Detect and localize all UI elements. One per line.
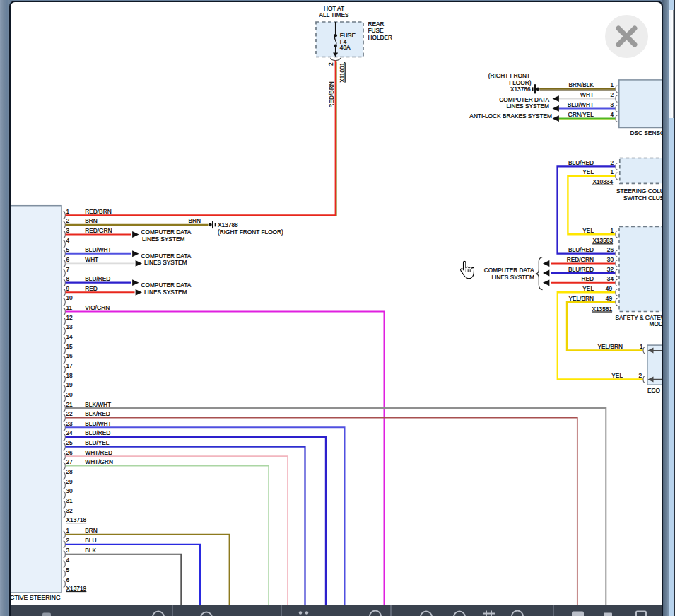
svg-text:X13788: X13788	[218, 221, 238, 228]
svg-text:CTIVE STEERING: CTIVE STEERING	[10, 594, 61, 601]
svg-text:22: 22	[66, 410, 74, 417]
svg-text:BLK: BLK	[85, 547, 96, 554]
svg-text:HOLDER: HOLDER	[368, 34, 393, 41]
svg-text:COMPUTER DATA: COMPUTER DATA	[141, 252, 192, 260]
svg-text:COMPUTER DATA: COMPUTER DATA	[141, 281, 192, 289]
svg-text:10: 10	[66, 294, 74, 301]
svg-text:FLOOR): FLOOR)	[509, 79, 532, 86]
svg-text:BLU/WHT: BLU/WHT	[568, 101, 594, 108]
svg-text:X13583: X13583	[592, 237, 613, 244]
svg-text:20: 20	[66, 391, 74, 398]
svg-text:32: 32	[607, 266, 614, 273]
svg-text:BLU/RED: BLU/RED	[85, 275, 110, 282]
svg-text:SWITCH CLUSTER: SWITCH CLUSTER	[623, 194, 663, 202]
svg-text:BLU/RED: BLU/RED	[568, 159, 594, 166]
svg-text:3: 3	[66, 547, 70, 554]
svg-text:RED: RED	[85, 285, 98, 292]
svg-text:28: 28	[66, 468, 74, 475]
svg-text:BLU/YEL: BLU/YEL	[85, 439, 110, 446]
svg-text:2: 2	[66, 217, 70, 224]
svg-text:WHT: WHT	[85, 256, 98, 263]
svg-text:BLU/RED: BLU/RED	[568, 266, 594, 273]
svg-text:HOT AT: HOT AT	[324, 5, 344, 12]
svg-text:RED/BRN: RED/BRN	[85, 208, 111, 215]
svg-text:X13718: X13718	[66, 516, 87, 523]
svg-text:9: 9	[66, 285, 70, 292]
svg-text:27: 27	[66, 458, 74, 465]
svg-text:ALL TIMES: ALL TIMES	[319, 11, 349, 18]
svg-text:31: 31	[66, 497, 74, 504]
svg-text:FUSE: FUSE	[368, 27, 385, 34]
svg-text:RED/GRN: RED/GRN	[567, 256, 594, 263]
svg-text:34: 34	[607, 275, 614, 282]
svg-text:5: 5	[66, 566, 70, 574]
svg-text:23: 23	[66, 420, 74, 427]
svg-text:YEL: YEL	[582, 168, 594, 175]
svg-text:DSC SENSOR: DSC SENSOR	[630, 129, 664, 136]
svg-text:2: 2	[610, 91, 614, 98]
svg-text:X13581: X13581	[592, 306, 612, 313]
svg-text:30: 30	[66, 487, 74, 494]
svg-text:REAR: REAR	[368, 21, 385, 28]
svg-text:LINES SYSTEM: LINES SYSTEM	[507, 103, 549, 110]
svg-text:13: 13	[66, 323, 74, 330]
svg-text:8: 8	[66, 275, 70, 282]
svg-text:21: 21	[66, 401, 74, 408]
svg-text:GRN/YEL: GRN/YEL	[568, 111, 594, 118]
svg-text:MODULE: MODULE	[650, 320, 664, 327]
svg-text:STEERING COLUMN: STEERING COLUMN	[616, 187, 663, 194]
svg-text:49: 49	[606, 295, 613, 302]
svg-text:BLU/WHT: BLU/WHT	[85, 246, 111, 253]
svg-text:BRN: BRN	[188, 217, 201, 224]
svg-text:BLU/RED: BLU/RED	[85, 429, 110, 436]
svg-text:3: 3	[610, 101, 614, 108]
svg-text:24: 24	[66, 429, 74, 436]
svg-text:X11001: X11001	[339, 62, 346, 82]
svg-text:7: 7	[66, 266, 70, 273]
svg-text:(RIGHT FRONT FLOOR): (RIGHT FRONT FLOOR)	[218, 228, 283, 236]
svg-text:16: 16	[66, 352, 74, 359]
svg-text:BLK/WHT: BLK/WHT	[85, 401, 111, 408]
svg-text:2: 2	[638, 372, 642, 379]
svg-text:COMPUTER DATA: COMPUTER DATA	[499, 96, 549, 103]
svg-text:COMPUTER DATA: COMPUTER DATA	[484, 267, 534, 274]
svg-text:25: 25	[66, 439, 74, 446]
svg-text:X13719: X13719	[66, 585, 87, 592]
svg-text:5: 5	[66, 246, 70, 253]
svg-text:19: 19	[66, 381, 74, 388]
svg-text:BRN: BRN	[85, 527, 98, 534]
svg-text:11: 11	[66, 304, 73, 311]
svg-text:LINES SYSTEM: LINES SYSTEM	[142, 236, 184, 243]
svg-text:YEL: YEL	[611, 372, 623, 379]
svg-text:BLU/WHT: BLU/WHT	[85, 420, 111, 427]
svg-text:14: 14	[66, 333, 74, 340]
svg-text:BLK/RED: BLK/RED	[85, 410, 110, 417]
svg-text:VIO/GRN: VIO/GRN	[85, 304, 110, 311]
svg-text:COMPUTER DATA: COMPUTER DATA	[141, 228, 192, 236]
svg-text:(RIGHT FRONT: (RIGHT FRONT	[488, 72, 530, 79]
svg-text:RED/BRN: RED/BRN	[328, 81, 335, 107]
svg-text:3: 3	[66, 227, 70, 234]
svg-text:4: 4	[66, 237, 70, 244]
svg-text:WHT: WHT	[580, 91, 594, 98]
svg-text:SAFETY & GATEWAY: SAFETY & GATEWAY	[616, 314, 664, 321]
svg-text:17: 17	[66, 362, 74, 369]
svg-text:12: 12	[66, 314, 74, 321]
svg-text:26: 26	[66, 449, 74, 456]
svg-text:WHT/RED: WHT/RED	[85, 449, 112, 456]
svg-text:LINES SYSTEM: LINES SYSTEM	[491, 274, 534, 281]
svg-text:BRN/BLK: BRN/BLK	[568, 81, 594, 88]
svg-text:26: 26	[607, 246, 614, 253]
svg-text:1: 1	[610, 227, 614, 234]
svg-text:LINES SYSTEM: LINES SYSTEM	[144, 259, 187, 266]
svg-text:1: 1	[640, 343, 643, 350]
svg-text:49: 49	[606, 285, 613, 292]
svg-text:LINES SYSTEM: LINES SYSTEM	[144, 289, 187, 296]
svg-text:30: 30	[607, 256, 614, 263]
svg-text:YEL/BRN: YEL/BRN	[568, 295, 594, 302]
svg-text:ANTI-LOCK BRAKES SYSTEM: ANTI-LOCK BRAKES SYSTEM	[469, 112, 552, 120]
svg-text:BLU: BLU	[85, 537, 96, 544]
svg-text:YEL: YEL	[582, 227, 594, 234]
svg-text:BLU/RED: BLU/RED	[568, 246, 594, 253]
svg-text:6: 6	[66, 256, 70, 263]
